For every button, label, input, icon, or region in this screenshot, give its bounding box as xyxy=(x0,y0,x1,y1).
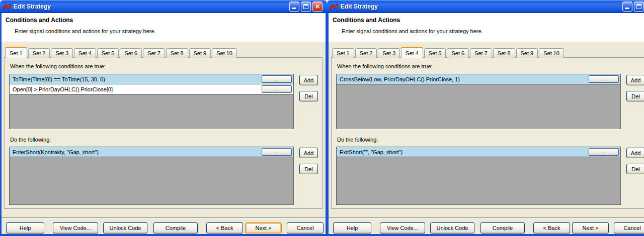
tab-set-7[interactable]: Set 7 xyxy=(470,48,492,58)
page-title: Conditions and Actions xyxy=(6,17,73,24)
tab-set-8[interactable]: Set 8 xyxy=(493,48,515,58)
next-button[interactable]: Next > xyxy=(572,222,609,233)
unlock-code-button[interactable]: Unlock Code xyxy=(103,222,147,233)
add-action-button[interactable]: Add xyxy=(299,148,318,158)
compile-button[interactable]: Compile xyxy=(153,222,198,233)
maximize-button[interactable] xyxy=(634,2,644,12)
tab-set-2[interactable]: Set 2 xyxy=(28,48,50,58)
edit-condition-button[interactable]: ... xyxy=(262,75,292,83)
next-button[interactable]: Next > xyxy=(245,222,282,233)
cancel-button[interactable]: Cancel xyxy=(614,222,644,233)
page-subtitle: Enter signal conditions and actions for … xyxy=(342,28,483,34)
compile-button[interactable]: Compile xyxy=(480,222,525,233)
delete-condition-button[interactable]: Del xyxy=(299,91,318,101)
tab-set-10[interactable]: Set 10 xyxy=(212,48,237,58)
actions-listbox[interactable]: EnterShort(Kontrakty, "Gap_short") ... xyxy=(9,147,294,205)
tab-set-3[interactable]: Set 3 xyxy=(51,48,73,58)
help-button[interactable]: Help xyxy=(333,222,371,233)
tab-set-9[interactable]: Set 9 xyxy=(189,48,211,58)
titlebar[interactable]: Edit Strategy ✕ xyxy=(327,0,644,13)
unlock-code-button[interactable]: Unlock Code xyxy=(430,222,474,233)
conditions-listbox[interactable]: ToTime(Time[0]) == ToTime(15, 30, 0) ...… xyxy=(9,74,294,129)
dialog-body: Conditions and Actions Enter signal cond… xyxy=(0,13,327,236)
conditions-listbox[interactable]: CrossBelow(Low, PriorDayOHLC().PriorClos… xyxy=(336,74,621,129)
tab-set-4[interactable]: Set 4 xyxy=(74,48,96,58)
view-code-button[interactable]: View Code... xyxy=(53,222,98,233)
tab-set-5[interactable]: Set 5 xyxy=(424,48,446,58)
minimize-button[interactable] xyxy=(622,2,632,12)
back-button[interactable]: < Back xyxy=(206,222,243,233)
tab-set-5[interactable]: Set 5 xyxy=(97,48,119,58)
page-subtitle: Enter signal conditions and actions for … xyxy=(15,28,156,34)
condition-row[interactable]: ToTime(Time[0]) == ToTime(15, 30, 0) ... xyxy=(10,74,293,84)
condition-row[interactable]: CrossBelow(Low, PriorDayOHLC().PriorClos… xyxy=(337,74,620,84)
tab-set-10[interactable]: Set 10 xyxy=(539,48,564,58)
tab-set-2[interactable]: Set 2 xyxy=(355,48,377,58)
edit-strategy-window-right: Edit Strategy ✕ Conditions and Actions E… xyxy=(327,0,644,236)
action-text: ExitShort("", "Gap_short") xyxy=(337,149,589,155)
actions-listbox[interactable]: ExitShort("", "Gap_short") ... xyxy=(336,147,621,205)
action-row[interactable]: ExitShort("", "Gap_short") ... xyxy=(337,147,620,157)
set-tabstrip: Set 1 Set 2 Set 3 Set 4 Set 5 Set 6 Set … xyxy=(5,47,238,58)
condition-text: CrossBelow(Low, PriorDayOHLC().PriorClos… xyxy=(337,76,589,82)
actions-label: Do the following: xyxy=(337,137,378,143)
edit-action-button[interactable]: ... xyxy=(262,148,292,156)
conditions-label: When the following conditions are true: xyxy=(10,63,106,69)
edit-strategy-window-left: Edit Strategy ✕ Conditions and Actions E… xyxy=(0,0,327,236)
set-tab-page: When the following conditions are true: … xyxy=(331,57,644,209)
dialog-body: Conditions and Actions Enter signal cond… xyxy=(327,13,644,236)
tab-set-7[interactable]: Set 7 xyxy=(143,48,165,58)
tab-set-8[interactable]: Set 8 xyxy=(166,48,188,58)
footer-divider xyxy=(2,217,326,218)
tab-set-1[interactable]: Set 1 xyxy=(332,48,354,58)
tab-set-6[interactable]: Set 6 xyxy=(120,48,142,58)
back-button[interactable]: < Back xyxy=(533,222,570,233)
maximize-button[interactable] xyxy=(301,2,311,12)
condition-text: Open[0] > PriorDayOHLC().PriorClose[0] xyxy=(10,86,262,92)
condition-text: ToTime(Time[0]) == ToTime(15, 30, 0) xyxy=(10,76,262,82)
action-row[interactable]: EnterShort(Kontrakty, "Gap_short") ... xyxy=(10,147,293,157)
action-text: EnterShort(Kontrakty, "Gap_short") xyxy=(10,149,262,155)
conditions-label: When the following conditions are true: xyxy=(337,63,433,69)
tab-set-3[interactable]: Set 3 xyxy=(378,48,400,58)
minimize-icon xyxy=(625,8,629,9)
edit-condition-button[interactable]: ... xyxy=(589,75,619,83)
tab-set-9[interactable]: Set 9 xyxy=(516,48,538,58)
tab-set-4[interactable]: Set 4 xyxy=(401,47,423,58)
tab-set-1[interactable]: Set 1 xyxy=(5,47,27,58)
window-title: Edit Strategy xyxy=(14,3,51,10)
window-title: Edit Strategy xyxy=(341,3,378,10)
footer-divider xyxy=(329,217,644,218)
condition-row[interactable]: Open[0] > PriorDayOHLC().PriorClose[0] .… xyxy=(10,84,293,94)
delete-condition-button[interactable]: Del xyxy=(626,91,644,101)
add-action-button[interactable]: Add xyxy=(626,148,644,158)
actions-label: Do the following: xyxy=(10,137,51,143)
maximize-icon xyxy=(303,4,308,9)
delete-action-button[interactable]: Del xyxy=(299,164,318,174)
add-condition-button[interactable]: Add xyxy=(626,75,644,85)
titlebar[interactable]: Edit Strategy ✕ xyxy=(0,0,327,13)
set-tab-page: When the following conditions are true: … xyxy=(4,57,323,209)
wizard-header: Conditions and Actions Enter signal cond… xyxy=(329,13,644,42)
ninjatrader-logo-icon[interactable] xyxy=(3,3,11,11)
cancel-button[interactable]: Cancel xyxy=(287,222,324,233)
wizard-header: Conditions and Actions Enter signal cond… xyxy=(2,13,326,42)
close-button[interactable]: ✕ xyxy=(312,2,323,12)
minimize-icon xyxy=(292,8,296,9)
page-title: Conditions and Actions xyxy=(333,17,400,24)
set-tabstrip: Set 1 Set 2 Set 3 Set 4 Set 5 Set 6 Set … xyxy=(332,47,565,58)
ninjatrader-logo-icon[interactable] xyxy=(330,3,338,11)
edit-action-button[interactable]: ... xyxy=(589,148,619,156)
maximize-icon xyxy=(636,4,641,9)
view-code-button[interactable]: View Code... xyxy=(380,222,425,233)
minimize-button[interactable] xyxy=(289,2,299,12)
close-icon: ✕ xyxy=(313,3,322,11)
help-button[interactable]: Help xyxy=(6,222,44,233)
tab-set-6[interactable]: Set 6 xyxy=(447,48,469,58)
edit-condition-button[interactable]: ... xyxy=(262,85,292,93)
add-condition-button[interactable]: Add xyxy=(299,75,318,85)
delete-action-button[interactable]: Del xyxy=(626,164,644,174)
